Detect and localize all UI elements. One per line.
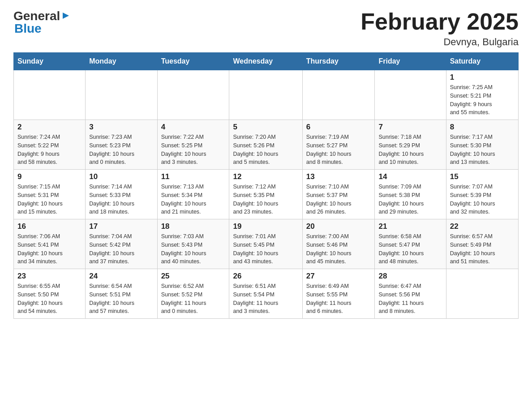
day-info: Sunrise: 6:47 AM Sunset: 5:56 PM Dayligh… (378, 282, 442, 316)
day-number: 4 (161, 123, 226, 132)
day-info: Sunrise: 7:15 AM Sunset: 5:31 PM Dayligh… (17, 183, 82, 216)
svg-marker-0 (63, 13, 69, 19)
calendar-cell: 21Sunrise: 6:58 AM Sunset: 5:47 PM Dayli… (375, 219, 446, 269)
day-info: Sunrise: 6:55 AM Sunset: 5:50 PM Dayligh… (17, 282, 82, 316)
day-info: Sunrise: 7:17 AM Sunset: 5:30 PM Dayligh… (450, 133, 515, 167)
calendar-cell: 11Sunrise: 7:13 AM Sunset: 5:34 PM Dayli… (157, 170, 229, 219)
day-info: Sunrise: 7:12 AM Sunset: 5:35 PM Dayligh… (233, 183, 298, 216)
calendar-cell: 19Sunrise: 7:01 AM Sunset: 5:45 PM Dayli… (229, 219, 302, 269)
calendar-cell (302, 70, 375, 120)
day-info: Sunrise: 6:49 AM Sunset: 5:55 PM Dayligh… (306, 282, 371, 316)
day-number: 12 (233, 172, 298, 181)
col-header-wednesday: Wednesday (229, 53, 302, 70)
day-number: 26 (233, 272, 298, 281)
day-number: 2 (17, 123, 82, 132)
day-number: 8 (450, 123, 515, 132)
calendar-cell: 23Sunrise: 6:55 AM Sunset: 5:50 PM Dayli… (14, 269, 86, 319)
month-title: February 2025 (360, 9, 519, 34)
day-number: 9 (17, 172, 82, 181)
title-block: February 2025 Devnya, Bulgaria (360, 9, 519, 48)
day-number: 16 (17, 222, 82, 231)
day-info: Sunrise: 7:10 AM Sunset: 5:37 PM Dayligh… (306, 183, 371, 216)
day-number: 23 (17, 272, 82, 281)
calendar-cell (14, 70, 86, 120)
day-number: 22 (450, 222, 515, 231)
day-number: 3 (89, 123, 153, 132)
day-info: Sunrise: 7:04 AM Sunset: 5:42 PM Dayligh… (89, 232, 153, 266)
calendar-cell (86, 70, 157, 120)
calendar-cell: 8Sunrise: 7:17 AM Sunset: 5:30 PM Daylig… (446, 120, 518, 170)
calendar-cell: 10Sunrise: 7:14 AM Sunset: 5:33 PM Dayli… (86, 170, 157, 219)
day-number: 6 (306, 123, 371, 132)
calendar-cell: 12Sunrise: 7:12 AM Sunset: 5:35 PM Dayli… (229, 170, 302, 219)
calendar-cell: 5Sunrise: 7:20 AM Sunset: 5:26 PM Daylig… (229, 120, 302, 170)
calendar-cell (446, 269, 518, 319)
calendar-cell: 17Sunrise: 7:04 AM Sunset: 5:42 PM Dayli… (86, 219, 157, 269)
week-row-4: 23Sunrise: 6:55 AM Sunset: 5:50 PM Dayli… (14, 269, 519, 319)
calendar-cell: 6Sunrise: 7:19 AM Sunset: 5:27 PM Daylig… (302, 120, 375, 170)
calendar-cell: 22Sunrise: 6:57 AM Sunset: 5:49 PM Dayli… (446, 219, 518, 269)
calendar-cell: 7Sunrise: 7:18 AM Sunset: 5:29 PM Daylig… (375, 120, 446, 170)
page-header: General Blue February 2025 Devnya, Bulga… (13, 9, 519, 48)
day-info: Sunrise: 7:13 AM Sunset: 5:34 PM Dayligh… (161, 183, 226, 216)
day-number: 1 (450, 73, 515, 82)
col-header-thursday: Thursday (302, 53, 375, 70)
day-number: 13 (306, 172, 371, 181)
day-info: Sunrise: 6:58 AM Sunset: 5:47 PM Dayligh… (378, 232, 442, 266)
week-row-3: 16Sunrise: 7:06 AM Sunset: 5:41 PM Dayli… (14, 219, 519, 269)
day-info: Sunrise: 7:03 AM Sunset: 5:43 PM Dayligh… (161, 232, 226, 266)
day-number: 27 (306, 272, 371, 281)
day-info: Sunrise: 7:18 AM Sunset: 5:29 PM Dayligh… (378, 133, 442, 167)
day-number: 17 (89, 222, 153, 231)
day-info: Sunrise: 7:23 AM Sunset: 5:23 PM Dayligh… (89, 133, 153, 167)
day-info: Sunrise: 7:22 AM Sunset: 5:25 PM Dayligh… (161, 133, 226, 167)
day-info: Sunrise: 6:54 AM Sunset: 5:51 PM Dayligh… (89, 282, 153, 316)
logo-arrow-icon (61, 11, 71, 21)
col-header-friday: Friday (375, 53, 446, 70)
calendar-cell: 2Sunrise: 7:24 AM Sunset: 5:22 PM Daylig… (14, 120, 86, 170)
col-header-sunday: Sunday (14, 53, 86, 70)
calendar-header-row: SundayMondayTuesdayWednesdayThursdayFrid… (14, 53, 519, 70)
calendar-cell: 14Sunrise: 7:09 AM Sunset: 5:38 PM Dayli… (375, 170, 446, 219)
week-row-2: 9Sunrise: 7:15 AM Sunset: 5:31 PM Daylig… (14, 170, 519, 219)
calendar-cell: 4Sunrise: 7:22 AM Sunset: 5:25 PM Daylig… (157, 120, 229, 170)
day-number: 5 (233, 123, 298, 132)
day-number: 24 (89, 272, 153, 281)
calendar-cell: 1Sunrise: 7:25 AM Sunset: 5:21 PM Daylig… (446, 70, 518, 120)
day-number: 25 (161, 272, 226, 281)
day-number: 7 (378, 123, 442, 132)
calendar-cell: 25Sunrise: 6:52 AM Sunset: 5:52 PM Dayli… (157, 269, 229, 319)
day-number: 11 (161, 172, 226, 181)
day-info: Sunrise: 7:07 AM Sunset: 5:39 PM Dayligh… (450, 183, 515, 216)
day-number: 20 (306, 222, 371, 231)
col-header-monday: Monday (86, 53, 157, 70)
col-header-tuesday: Tuesday (157, 53, 229, 70)
day-info: Sunrise: 7:19 AM Sunset: 5:27 PM Dayligh… (306, 133, 371, 167)
calendar-cell: 26Sunrise: 6:51 AM Sunset: 5:54 PM Dayli… (229, 269, 302, 319)
week-row-1: 2Sunrise: 7:24 AM Sunset: 5:22 PM Daylig… (14, 120, 519, 170)
day-number: 15 (450, 172, 515, 181)
calendar-cell: 15Sunrise: 7:07 AM Sunset: 5:39 PM Dayli… (446, 170, 518, 219)
calendar-cell: 24Sunrise: 6:54 AM Sunset: 5:51 PM Dayli… (86, 269, 157, 319)
calendar-table: SundayMondayTuesdayWednesdayThursdayFrid… (13, 52, 519, 319)
week-row-0: 1Sunrise: 7:25 AM Sunset: 5:21 PM Daylig… (14, 70, 519, 120)
calendar-cell: 13Sunrise: 7:10 AM Sunset: 5:37 PM Dayli… (302, 170, 375, 219)
calendar-cell: 28Sunrise: 6:47 AM Sunset: 5:56 PM Dayli… (375, 269, 446, 319)
calendar-cell (375, 70, 446, 120)
day-number: 10 (89, 172, 153, 181)
day-info: Sunrise: 6:57 AM Sunset: 5:49 PM Dayligh… (450, 232, 515, 266)
calendar-cell (157, 70, 229, 120)
col-header-saturday: Saturday (446, 53, 518, 70)
calendar-cell: 9Sunrise: 7:15 AM Sunset: 5:31 PM Daylig… (14, 170, 86, 219)
calendar-cell: 3Sunrise: 7:23 AM Sunset: 5:23 PM Daylig… (86, 120, 157, 170)
calendar-cell: 18Sunrise: 7:03 AM Sunset: 5:43 PM Dayli… (157, 219, 229, 269)
calendar-cell: 16Sunrise: 7:06 AM Sunset: 5:41 PM Dayli… (14, 219, 86, 269)
logo-blue: Blue (14, 21, 42, 36)
day-number: 18 (161, 222, 226, 231)
day-info: Sunrise: 6:51 AM Sunset: 5:54 PM Dayligh… (233, 282, 298, 316)
day-info: Sunrise: 6:52 AM Sunset: 5:52 PM Dayligh… (161, 282, 226, 316)
day-info: Sunrise: 7:25 AM Sunset: 5:21 PM Dayligh… (450, 83, 515, 117)
location: Devnya, Bulgaria (360, 36, 519, 48)
day-info: Sunrise: 7:24 AM Sunset: 5:22 PM Dayligh… (17, 133, 82, 167)
day-number: 19 (233, 222, 298, 231)
